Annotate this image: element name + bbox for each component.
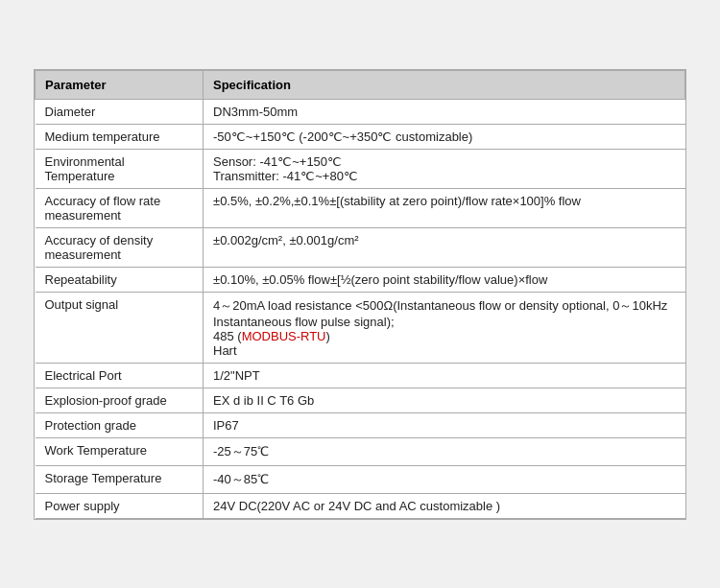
param-storage-temp: Storage Temperature <box>36 465 204 493</box>
param-electrical-port: Electrical Port <box>36 363 204 388</box>
spec-medium-temp: -50℃~+150℃ (-200℃~+350℃ customizable) <box>204 124 685 149</box>
param-power-supply: Power supply <box>36 493 204 518</box>
table-row: Accuracy of density measurement ±0.002g/… <box>36 227 685 267</box>
param-output-signal: Output signal <box>36 292 204 363</box>
spec-table: Parameter Specification Diameter DN3mm-5… <box>35 70 685 519</box>
spec-accuracy-flow: ±0.5%, ±0.2%,±0.1%±[(stability at zero p… <box>204 188 685 227</box>
header-parameter: Parameter <box>36 70 204 99</box>
table-row: Work Temperature -25～75℃ <box>36 437 685 465</box>
header-specification: Specification <box>204 70 685 99</box>
table-header-row: Parameter Specification <box>36 70 685 99</box>
spec-output-signal: 4～20mA load resistance <500Ω(Instantaneo… <box>204 292 685 363</box>
table-row: Power supply 24V DC(220V AC or 24V DC an… <box>36 493 685 518</box>
spec-output-line2-before: 485 ( <box>213 329 242 343</box>
spec-output-line2-after: ) <box>326 329 330 343</box>
param-accuracy-flow: Accuracy of flow rate measurement <box>36 188 204 227</box>
table-row: Medium temperature -50℃~+150℃ (-200℃~+35… <box>36 124 685 149</box>
spec-storage-temp: -40～85℃ <box>204 465 685 493</box>
spec-electrical-port: 1/2"NPT <box>204 363 685 388</box>
param-work-temp: Work Temperature <box>36 437 204 465</box>
table-row: Repeatability ±0.10%, ±0.05% flow±[½(zer… <box>36 267 685 292</box>
table-row: Storage Temperature -40～85℃ <box>36 465 685 493</box>
spec-power-supply: 24V DC(220V AC or 24V DC and AC customiz… <box>204 493 685 518</box>
spec-explosion-proof: EX d ib II C T6 Gb <box>204 388 685 412</box>
spec-output-modbus: MODBUS-RTU <box>242 329 326 343</box>
spec-output-hart: Hart <box>213 343 237 358</box>
table-row: Diameter DN3mm-50mm <box>36 99 685 124</box>
param-medium-temp: Medium temperature <box>36 124 204 149</box>
spec-diameter: DN3mm-50mm <box>204 99 685 124</box>
param-diameter: Diameter <box>36 99 204 124</box>
param-explosion-proof: Explosion-proof grade <box>36 388 204 412</box>
param-repeatability: Repeatability <box>36 267 204 292</box>
param-env-temp: Environmental Temperature <box>36 149 204 188</box>
spec-table-container: Parameter Specification Diameter DN3mm-5… <box>34 69 686 520</box>
spec-protection-grade: IP67 <box>204 412 685 437</box>
table-row: Protection grade IP67 <box>36 412 685 437</box>
table-row: Electrical Port 1/2"NPT <box>36 363 685 388</box>
spec-env-temp: Sensor: -41℃~+150℃Transmitter: -41℃~+80℃ <box>204 149 685 188</box>
spec-output-line1: 4～20mA load resistance <500Ω(Instantaneo… <box>213 298 667 329</box>
table-row: Environmental Temperature Sensor: -41℃~+… <box>36 149 685 188</box>
param-accuracy-density: Accuracy of density measurement <box>36 227 204 267</box>
spec-repeatability: ±0.10%, ±0.05% flow±[½(zero point stabil… <box>204 267 685 292</box>
table-row: Accuracy of flow rate measurement ±0.5%,… <box>36 188 685 227</box>
table-row: Output signal 4～20mA load resistance <50… <box>36 292 685 363</box>
param-protection-grade: Protection grade <box>36 412 204 437</box>
table-row: Explosion-proof grade EX d ib II C T6 Gb <box>36 388 685 412</box>
spec-work-temp: -25～75℃ <box>204 437 685 465</box>
spec-accuracy-density: ±0.002g/cm², ±0.001g/cm² <box>204 227 685 267</box>
